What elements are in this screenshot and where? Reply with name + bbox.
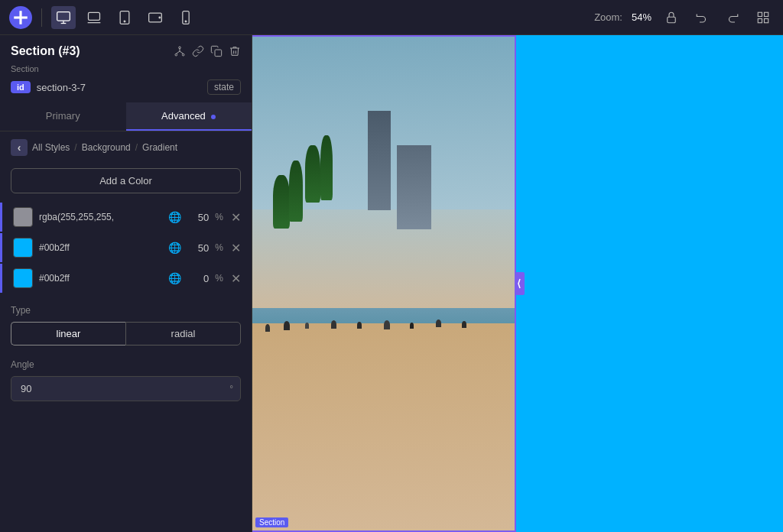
section-type: Section bbox=[0, 63, 252, 75]
angle-input[interactable] bbox=[11, 376, 241, 401]
color-value-2: #00b2ff bbox=[39, 242, 162, 253]
remove-color-3[interactable]: ✕ bbox=[231, 271, 241, 286]
left-panel: Section (#3) Section id section-3-7 stat… bbox=[0, 35, 252, 532]
color-row-1: rgba(255,255,255, 🌐 50 % ✕ bbox=[0, 203, 252, 232]
duplicate-icon[interactable] bbox=[210, 45, 223, 57]
type-label: Type bbox=[11, 305, 241, 316]
toolbar-right: Zoom: 54% bbox=[594, 7, 774, 28]
color-row-3: #00b2ff 🌐 0 % ✕ bbox=[0, 264, 252, 293]
tab-primary[interactable]: Primary bbox=[0, 102, 126, 131]
lock-icon[interactable] bbox=[661, 7, 682, 28]
beach-people bbox=[252, 318, 515, 378]
breadcrumb-sep-2: / bbox=[135, 142, 138, 153]
tree-1 bbox=[273, 175, 290, 229]
mobile-icon[interactable] bbox=[174, 6, 198, 29]
section-header-icons bbox=[174, 45, 241, 57]
section-label: Section bbox=[255, 517, 288, 527]
type-buttons: linear radial bbox=[11, 322, 241, 345]
svg-point-11 bbox=[185, 21, 187, 22]
type-radial-button[interactable]: radial bbox=[125, 322, 241, 345]
zoom-label: Zoom: bbox=[594, 11, 622, 23]
breadcrumb-all-styles[interactable]: All Styles bbox=[32, 142, 70, 153]
svg-point-17 bbox=[179, 47, 181, 49]
color-value-1: rgba(255,255,255, bbox=[39, 212, 162, 222]
color-value-3: #00b2ff bbox=[39, 273, 162, 284]
angle-input-wrap: ° bbox=[11, 376, 241, 401]
delete-icon[interactable] bbox=[229, 45, 241, 57]
desktop-icon[interactable] bbox=[51, 6, 76, 29]
building-tall bbox=[368, 111, 391, 210]
color-row-2: #00b2ff 🌐 50 % ✕ bbox=[0, 233, 252, 262]
zoom-value[interactable]: 54% bbox=[632, 11, 651, 23]
tab-advanced[interactable]: Advanced bbox=[126, 102, 252, 131]
color-swatch-1[interactable] bbox=[13, 207, 33, 227]
globe-icon-3[interactable]: 🌐 bbox=[168, 272, 181, 284]
svg-rect-5 bbox=[89, 12, 100, 20]
beach-background bbox=[252, 37, 515, 530]
breadcrumb-back-button[interactable]: ‹ bbox=[11, 139, 28, 156]
angle-label: Angle bbox=[11, 359, 241, 370]
color-percent-3[interactable]: 0 bbox=[187, 273, 209, 284]
type-section: Type linear radial bbox=[0, 294, 252, 349]
state-button[interactable]: state bbox=[207, 79, 241, 95]
percent-sign-2: % bbox=[215, 242, 223, 253]
globe-icon-1[interactable]: 🌐 bbox=[168, 211, 181, 223]
tree-3 bbox=[305, 145, 320, 203]
top-toolbar: Zoom: 54% bbox=[0, 0, 783, 35]
blue-gradient-section[interactable] bbox=[516, 35, 783, 532]
tablet-icon[interactable] bbox=[112, 6, 137, 29]
svg-rect-15 bbox=[758, 18, 762, 22]
add-color-button[interactable]: Add a Color bbox=[11, 168, 241, 193]
globe-icon-2[interactable]: 🌐 bbox=[168, 242, 181, 254]
svg-rect-23 bbox=[215, 50, 222, 57]
add-button[interactable] bbox=[9, 6, 32, 29]
link-icon[interactable] bbox=[192, 45, 204, 57]
id-badge: id bbox=[11, 81, 31, 93]
id-value: section-3-7 bbox=[37, 82, 201, 93]
color-percent-1[interactable]: 50 bbox=[187, 212, 209, 223]
canvas-area[interactable]: Section bbox=[252, 35, 783, 532]
tablet-landscape-icon[interactable] bbox=[143, 6, 167, 29]
breadcrumb-background[interactable]: Background bbox=[82, 142, 131, 153]
toolbar-divider bbox=[41, 8, 42, 27]
type-linear-button[interactable]: linear bbox=[11, 322, 125, 345]
svg-rect-2 bbox=[57, 11, 70, 21]
hierarchy-icon[interactable] bbox=[174, 45, 186, 57]
remove-color-1[interactable]: ✕ bbox=[231, 210, 241, 225]
section-title: Section (#3) bbox=[11, 44, 80, 58]
svg-line-21 bbox=[176, 51, 180, 54]
breadcrumb-gradient[interactable]: Gradient bbox=[142, 142, 177, 153]
svg-rect-12 bbox=[668, 17, 676, 23]
svg-line-22 bbox=[180, 51, 184, 54]
svg-point-18 bbox=[175, 54, 177, 56]
undo-icon[interactable] bbox=[691, 7, 713, 28]
svg-rect-14 bbox=[765, 12, 768, 16]
tab-bar: Primary Advanced bbox=[0, 102, 252, 131]
id-row: id section-3-7 state bbox=[0, 75, 252, 102]
tab-indicator bbox=[211, 115, 216, 119]
svg-point-7 bbox=[124, 21, 125, 22]
color-swatch-3[interactable] bbox=[13, 268, 33, 288]
pages-icon[interactable] bbox=[752, 7, 774, 28]
angle-unit: ° bbox=[229, 384, 233, 394]
tree-2 bbox=[289, 161, 303, 222]
color-swatch-2[interactable] bbox=[13, 238, 33, 258]
main-area: Section (#3) Section id section-3-7 stat… bbox=[0, 35, 783, 532]
breadcrumb: ‹ All Styles / Background / Gradient bbox=[0, 131, 252, 164]
redo-icon[interactable] bbox=[722, 7, 743, 28]
percent-sign-1: % bbox=[215, 212, 223, 222]
svg-point-19 bbox=[182, 54, 184, 56]
breadcrumb-sep-1: / bbox=[74, 142, 76, 153]
color-percent-2[interactable]: 50 bbox=[187, 242, 209, 254]
svg-point-9 bbox=[159, 17, 161, 18]
percent-sign-3: % bbox=[215, 273, 223, 284]
svg-rect-16 bbox=[765, 18, 768, 22]
beach-section: Section bbox=[252, 35, 516, 532]
section-header: Section (#3) bbox=[0, 35, 252, 63]
remove-color-2[interactable]: ✕ bbox=[231, 241, 241, 255]
svg-rect-13 bbox=[758, 12, 762, 16]
tree-4 bbox=[320, 135, 333, 200]
canvas-handle[interactable] bbox=[515, 272, 525, 295]
building-wide bbox=[397, 145, 431, 229]
laptop-icon[interactable] bbox=[82, 6, 106, 29]
